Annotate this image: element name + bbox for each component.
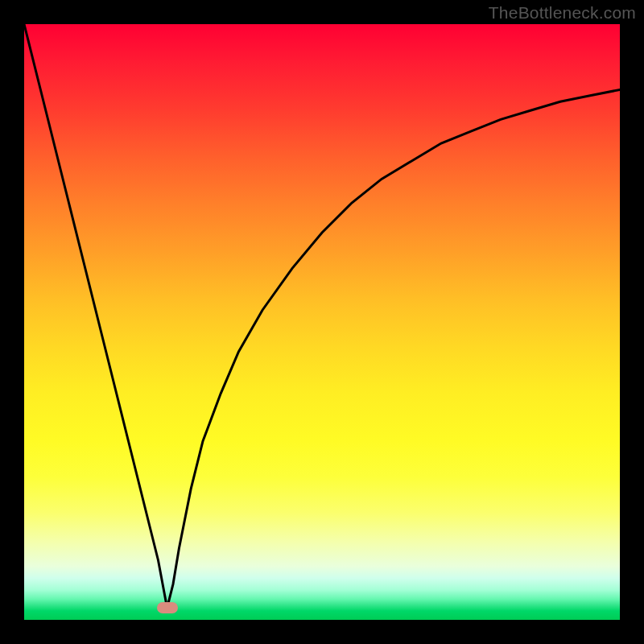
plot-area <box>24 24 620 620</box>
right-branch-curve <box>167 89 620 608</box>
curve-layer <box>24 24 620 620</box>
watermark-label: TheBottleneck.com <box>489 3 636 23</box>
minimum-marker <box>157 602 178 613</box>
chart-frame: TheBottleneck.com <box>0 0 644 644</box>
left-branch-curve <box>24 24 167 608</box>
